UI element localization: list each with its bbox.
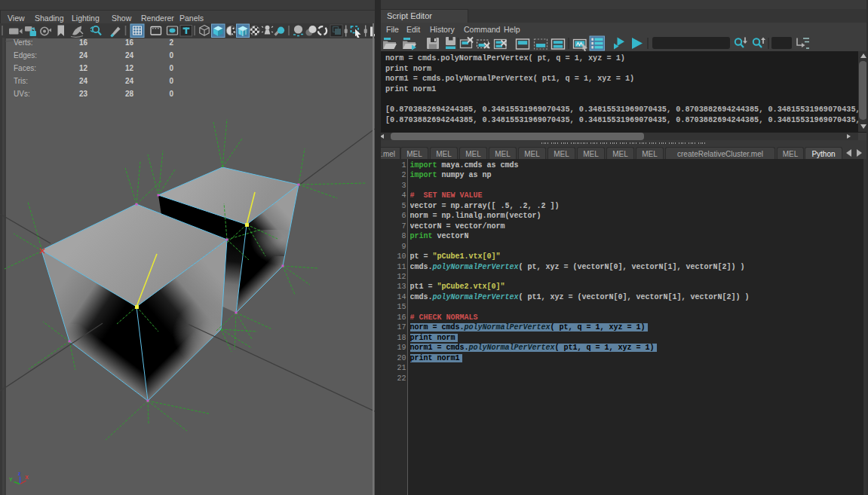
svg-text:X: X [25,475,29,480]
svg-text:z: z [18,471,21,476]
svg-text:Y: Y [9,477,13,482]
